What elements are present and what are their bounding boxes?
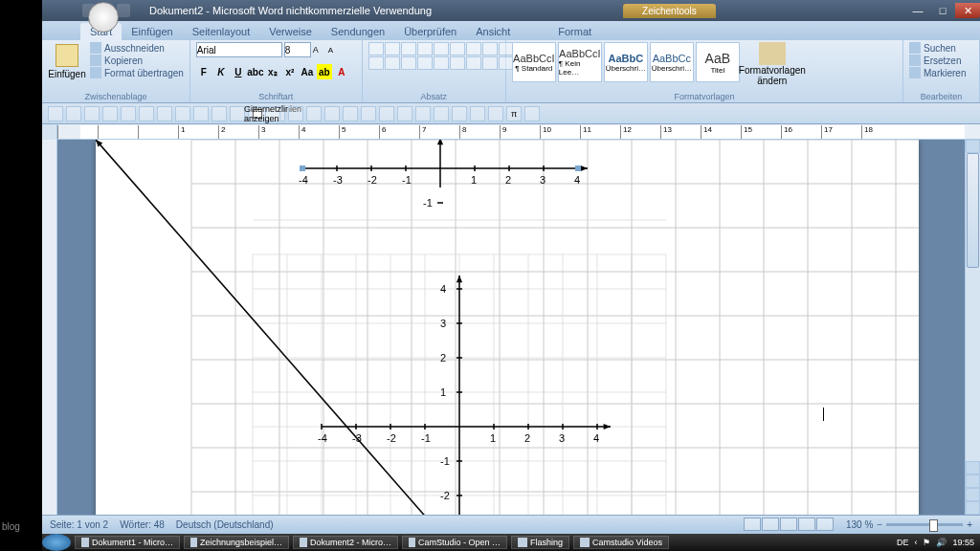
tray-chevron-icon[interactable]: ‹ [914, 538, 917, 547]
status-language[interactable]: Deutsch (Deutschland) [176, 519, 274, 530]
subscript-button[interactable]: x₂ [265, 64, 280, 79]
sort-button[interactable] [450, 42, 465, 55]
tb-icon[interactable] [175, 106, 190, 121]
tray-volume-icon[interactable]: 🔊 [936, 538, 947, 547]
style-nospacing[interactable]: AaBbCcI¶ Kein Lee… [558, 42, 602, 82]
scroll-down-icon[interactable] [966, 461, 980, 474]
equation-pi-icon[interactable]: π [506, 106, 522, 121]
view-draft[interactable] [816, 518, 834, 531]
page-scroll[interactable] [57, 140, 965, 515]
justify-button[interactable] [417, 56, 433, 70]
scroll-thumb[interactable] [967, 153, 979, 268]
view-outline[interactable] [798, 518, 815, 531]
borders-button[interactable] [466, 56, 481, 70]
styles-gallery[interactable]: AaBbCcI¶ Standard AaBbCcI¶ Kein Lee… AaB… [512, 42, 740, 82]
tray-network-icon[interactable]: ⚑ [923, 538, 930, 547]
next-page-icon[interactable] [966, 501, 980, 515]
tb-icon[interactable] [452, 106, 467, 121]
tb-icon[interactable] [139, 106, 154, 121]
tb-icon[interactable] [230, 106, 245, 121]
shrink-font-icon[interactable]: A [328, 46, 340, 55]
tb-icon[interactable] [288, 106, 303, 121]
minimize-button[interactable]: — [905, 3, 930, 18]
superscript-button[interactable]: x² [282, 64, 298, 79]
tb-icon[interactable] [102, 106, 118, 121]
task-item[interactable]: CamStudio - Open … [402, 536, 507, 549]
line-spacing-button[interactable] [434, 56, 449, 70]
view-web[interactable] [780, 518, 797, 531]
tb-icon[interactable] [193, 106, 209, 121]
view-fullscreen[interactable] [762, 518, 779, 531]
underline-button[interactable]: U [231, 64, 246, 79]
font-name-input[interactable] [196, 42, 282, 57]
tb-icon[interactable] [361, 106, 376, 121]
maximize-button[interactable]: □ [930, 3, 955, 18]
bullets-button[interactable] [368, 42, 384, 55]
tb-icon[interactable] [397, 106, 412, 121]
qat-redo-icon[interactable] [117, 4, 130, 17]
start-button[interactable] [42, 534, 71, 551]
tb-icon[interactable] [84, 106, 100, 121]
tb-icon[interactable] [379, 106, 394, 121]
tb-icon[interactable] [470, 106, 485, 121]
document-page[interactable] [96, 140, 919, 515]
tab-mailings[interactable]: Sendungen [322, 23, 394, 40]
font-size-input[interactable] [284, 42, 311, 57]
style-title[interactable]: AaBTitel [696, 42, 740, 82]
gridlines-toggle[interactable]: Gitternetzlinien anzeigen [248, 106, 285, 121]
style-heading2[interactable]: AaBbCcÜberschri… [650, 42, 694, 82]
cut-button[interactable]: Ausschneiden [90, 42, 184, 54]
multilevel-button[interactable] [401, 42, 416, 55]
highlight-button[interactable]: ab [317, 64, 332, 79]
task-item[interactable]: Zeichnungsbeispiel… [184, 536, 289, 549]
paste-button[interactable]: Einfügen [48, 42, 86, 81]
tb-icon[interactable] [324, 106, 340, 121]
tb-icon[interactable] [121, 106, 136, 121]
tab-pagelayout[interactable]: Seitenlayout [183, 23, 260, 40]
prev-page-icon[interactable] [966, 474, 980, 488]
align-center-button[interactable] [385, 56, 400, 70]
italic-button[interactable]: K [213, 64, 229, 79]
office-button[interactable] [88, 2, 119, 33]
tab-insert[interactable]: Einfügen [122, 23, 182, 40]
vertical-scrollbar[interactable] [965, 140, 980, 515]
show-marks-button[interactable] [466, 42, 481, 55]
task-item[interactable]: Camstudio Videos [573, 536, 669, 549]
zoom-out-button[interactable]: − [877, 519, 882, 530]
copy-button[interactable]: Kopieren [90, 55, 184, 66]
tb-icon[interactable] [524, 106, 540, 121]
tb-icon[interactable] [434, 106, 449, 121]
horizontal-ruler[interactable]: 123456789101112131415161718 [80, 125, 965, 139]
zoom-in-button[interactable]: + [967, 519, 972, 530]
tray-lang[interactable]: DE [897, 538, 909, 547]
align-left-button[interactable] [368, 56, 384, 70]
font-color-button[interactable]: A [334, 64, 349, 79]
shading-button[interactable] [450, 56, 465, 70]
tab-format[interactable]: Format [548, 23, 601, 40]
tab-review[interactable]: Überprüfen [394, 23, 466, 40]
vertical-ruler[interactable] [42, 140, 57, 515]
format-painter-button[interactable]: Format übertragen [90, 67, 184, 78]
change-case-button[interactable]: Aa [300, 64, 315, 79]
tb-icon[interactable] [212, 106, 227, 121]
tb-icon[interactable] [488, 106, 503, 121]
style-standard[interactable]: AaBbCcI¶ Standard [512, 42, 556, 82]
numbering-button[interactable] [385, 42, 400, 55]
bold-button[interactable]: F [196, 64, 212, 79]
tb-icon[interactable] [415, 106, 431, 121]
align-right-button[interactable] [401, 56, 416, 70]
tb-icon[interactable] [343, 106, 358, 121]
zoom-slider[interactable] [886, 523, 963, 526]
scroll-up-icon[interactable] [966, 140, 980, 153]
status-page[interactable]: Seite: 1 von 2 [50, 519, 108, 530]
tb-icon[interactable] [157, 106, 172, 121]
context-tab-drawing[interactable]: Zeichentools [623, 4, 716, 18]
tb-icon[interactable] [306, 106, 322, 121]
task-item[interactable]: Dokument2 - Micro… [293, 536, 398, 549]
find-button[interactable]: Suchen [909, 42, 966, 54]
replace-button[interactable]: Ersetzen [909, 55, 966, 66]
task-item[interactable]: Flashing [511, 536, 569, 549]
zoom-level[interactable]: 130 % [846, 519, 873, 530]
select-button[interactable]: Markieren [909, 67, 966, 78]
strike-button[interactable]: abc [248, 64, 263, 79]
